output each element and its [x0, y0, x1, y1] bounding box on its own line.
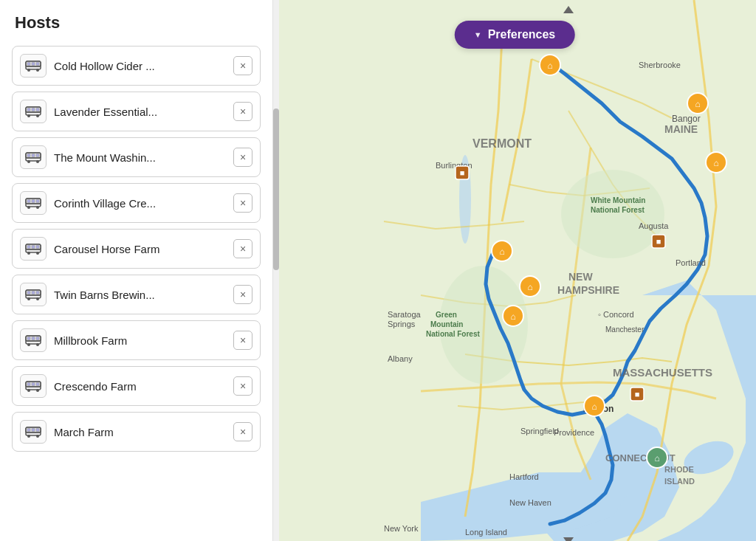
svg-point-67 — [27, 435, 30, 438]
svg-rect-61 — [27, 383, 30, 386]
host-name: Carousel Horse Farm — [54, 243, 226, 255]
svg-rect-55 — [36, 337, 39, 340]
host-list-item[interactable]: March Farm× — [12, 412, 261, 452]
svg-rect-29 — [27, 200, 30, 203]
svg-text:Sherbrooke: Sherbrooke — [639, 61, 681, 69]
host-icon — [20, 191, 47, 215]
svg-text:Green: Green — [436, 311, 457, 319]
host-list-item[interactable]: Carousel Horse Farm× — [12, 229, 261, 269]
map-area: ▼ Preferences — [273, 0, 756, 541]
svg-text:Springfield: Springfield — [520, 427, 559, 435]
svg-text:Providence: Providence — [554, 428, 594, 437]
host-remove-button[interactable]: × — [233, 239, 252, 258]
svg-point-28 — [36, 206, 39, 209]
svg-rect-46 — [32, 292, 35, 294]
host-icon — [20, 283, 47, 306]
host-remove-button[interactable]: × — [233, 285, 252, 304]
svg-text:HAMPSHIRE: HAMPSHIRE — [557, 284, 619, 296]
svg-point-43 — [27, 297, 30, 300]
svg-point-51 — [27, 343, 30, 346]
host-list-item[interactable]: Millbrook Farm× — [12, 320, 261, 360]
host-name: Corinth Village Cre... — [54, 197, 226, 210]
svg-text:Saratoga: Saratoga — [388, 310, 422, 319]
svg-text:Mountain: Mountain — [430, 320, 463, 328]
svg-text:White Mountain: White Mountain — [591, 196, 645, 204]
host-remove-button[interactable]: × — [233, 148, 252, 167]
svg-rect-47 — [36, 292, 39, 294]
svg-rect-21 — [27, 154, 30, 157]
svg-text:Long Island: Long Island — [465, 528, 507, 537]
svg-rect-70 — [32, 429, 35, 432]
host-icon — [20, 237, 47, 261]
host-icon — [20, 54, 47, 77]
svg-rect-62 — [32, 383, 35, 386]
host-list-item[interactable]: Crescendo Farm× — [12, 366, 261, 406]
svg-rect-7 — [36, 63, 39, 66]
svg-rect-31 — [36, 200, 39, 203]
preferences-label: Preferences — [488, 28, 556, 41]
svg-rect-13 — [27, 108, 30, 111]
svg-point-68 — [36, 435, 39, 438]
host-list-item[interactable]: The Mount Washin...× — [12, 137, 261, 177]
host-list-item[interactable]: Corinth Village Cre...× — [12, 183, 261, 223]
sidebar-title: Hosts — [0, 0, 272, 41]
svg-text:Manchester: Manchester — [605, 325, 645, 334]
svg-text:■: ■ — [460, 168, 465, 177]
svg-text:■: ■ — [656, 237, 662, 246]
svg-text:Hartford: Hartford — [509, 472, 539, 481]
svg-text:⌂: ⌂ — [547, 61, 552, 71]
host-list: Cold Hollow Cider ...× Lavender Essentia… — [0, 41, 272, 456]
host-remove-button[interactable]: × — [233, 193, 252, 213]
host-list-item[interactable]: Lavender Essential...× — [12, 92, 261, 131]
svg-rect-69 — [27, 429, 30, 432]
svg-text:Albany: Albany — [388, 354, 413, 363]
svg-rect-23 — [36, 154, 39, 157]
svg-text:⌂: ⌂ — [695, 99, 700, 109]
svg-rect-15 — [36, 108, 39, 111]
host-name: Crescendo Farm — [54, 380, 226, 393]
svg-point-35 — [27, 252, 30, 255]
svg-rect-5 — [27, 63, 30, 66]
host-icon — [20, 328, 47, 352]
map-svg: VERMONT NEW HAMPSHIRE MAINE MASSACHUSETT… — [273, 0, 756, 541]
svg-text:Portland: Portland — [676, 258, 706, 267]
preferences-button[interactable]: ▼ Preferences — [455, 21, 575, 49]
host-name: Cold Hollow Cider ... — [54, 60, 226, 72]
host-remove-button[interactable]: × — [233, 102, 252, 121]
svg-rect-53 — [27, 337, 30, 340]
svg-text:New York: New York — [384, 524, 419, 533]
svg-point-11 — [27, 114, 30, 117]
svg-text:ISLAND: ISLAND — [664, 477, 695, 486]
svg-text:⌂: ⌂ — [591, 402, 597, 412]
svg-rect-14 — [32, 108, 35, 111]
svg-point-12 — [36, 114, 39, 117]
host-remove-button[interactable]: × — [233, 56, 252, 75]
host-icon — [20, 374, 47, 398]
host-list-item[interactable]: Twin Barns Brewin...× — [12, 275, 261, 314]
svg-point-27 — [27, 206, 30, 209]
host-icon — [20, 420, 47, 444]
host-name: The Mount Washin... — [54, 151, 226, 164]
svg-text:■: ■ — [635, 390, 640, 399]
host-remove-button[interactable]: × — [233, 376, 252, 396]
svg-text:MAINE: MAINE — [664, 123, 698, 135]
svg-point-60 — [36, 389, 39, 392]
host-remove-button[interactable]: × — [233, 331, 252, 350]
svg-text:⌂: ⌂ — [713, 158, 718, 168]
svg-text:⌂: ⌂ — [499, 247, 504, 257]
svg-text:NEW: NEW — [568, 271, 593, 283]
svg-rect-38 — [32, 246, 35, 249]
svg-marker-73 — [273, 0, 756, 541]
svg-text:RHODE: RHODE — [664, 465, 694, 474]
svg-rect-54 — [32, 337, 35, 340]
host-icon — [20, 100, 47, 123]
sidebar: Hosts Cold Hollow Cider ...× Lavender Es… — [0, 0, 273, 541]
svg-text:National Forest: National Forest — [426, 330, 480, 338]
host-remove-button[interactable]: × — [233, 422, 252, 441]
host-list-item[interactable]: Cold Hollow Cider ...× — [12, 46, 261, 86]
svg-point-4 — [36, 69, 39, 72]
host-name: Millbrook Farm — [54, 334, 226, 347]
svg-text:Augusta: Augusta — [639, 221, 669, 230]
svg-point-59 — [27, 389, 30, 392]
host-name: March Farm — [54, 426, 226, 438]
